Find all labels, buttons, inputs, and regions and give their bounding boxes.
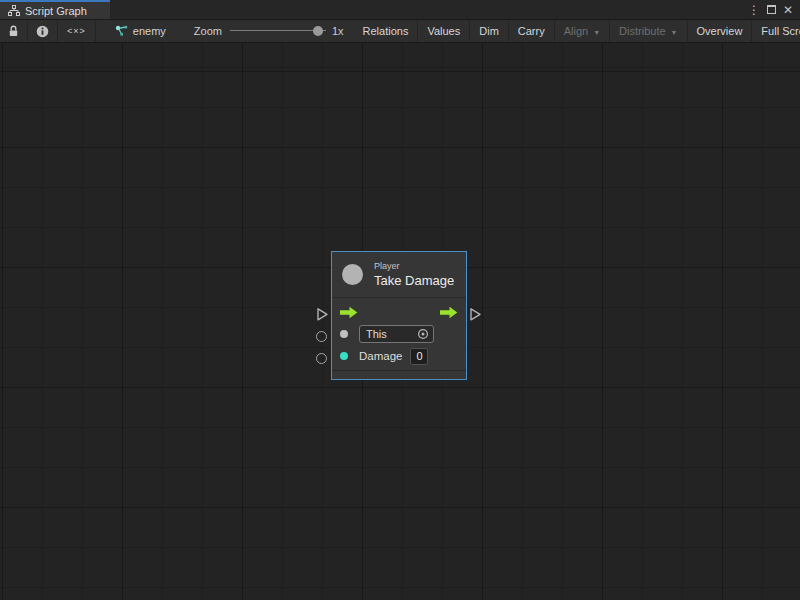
this-port-dot[interactable] [340, 330, 348, 338]
flow-ports-row [332, 301, 466, 323]
distribute-dropdown[interactable]: Distribute ▼ [610, 20, 687, 42]
damage-value-input[interactable]: 0 [410, 348, 428, 365]
damage-port-dot[interactable] [340, 352, 348, 360]
node-ports: This Damage 0 [332, 298, 466, 370]
node-target-type: Player [374, 261, 454, 271]
graph-name: enemy [133, 25, 166, 37]
relations-button[interactable]: Relations [354, 20, 419, 42]
tab-script-graph[interactable]: Script Graph [0, 0, 110, 19]
zoom-label: Zoom [194, 25, 222, 37]
node-header[interactable]: Player Take Damage [332, 252, 466, 298]
lock-graph-button[interactable] [0, 20, 28, 42]
align-dropdown[interactable]: Align ▼ [555, 20, 610, 42]
zoom-slider-track [230, 30, 326, 31]
flow-output-port-external[interactable] [469, 307, 482, 326]
damage-input-port-external[interactable] [316, 353, 327, 364]
values-button[interactable]: Values [418, 20, 470, 42]
maximize-icon[interactable] [767, 5, 776, 14]
window-controls: ⋮ ✕ [748, 0, 800, 19]
unit-icon [342, 264, 363, 285]
zoom-level: 1x [332, 25, 344, 37]
this-field-label: This [366, 328, 417, 340]
tab-label: Script Graph [25, 5, 87, 17]
tab-bar: Script Graph ⋮ ✕ [0, 0, 800, 20]
fullscreen-button[interactable]: Full Screen [752, 20, 800, 42]
chevron-down-icon: ▼ [671, 29, 678, 36]
zoom-slider[interactable] [230, 25, 326, 37]
lock-icon [8, 25, 19, 37]
zoom-slider-handle[interactable] [313, 26, 323, 36]
overview-button[interactable]: Overview [688, 20, 753, 42]
object-picker-icon[interactable] [417, 328, 429, 340]
carry-button[interactable]: Carry [509, 20, 555, 42]
graph-node-icon [115, 25, 128, 37]
take-damage-node[interactable]: Player Take Damage [331, 251, 467, 380]
graph-canvas[interactable]: Player Take Damage [0, 43, 800, 599]
info-icon [36, 25, 49, 38]
damage-label: Damage [359, 350, 402, 362]
code-icon: <×> [67, 26, 86, 36]
graph-hierarchy-icon [8, 5, 20, 16]
close-icon[interactable]: ✕ [783, 4, 793, 16]
this-input-port-external[interactable] [316, 331, 327, 342]
node-title: Take Damage [374, 273, 454, 288]
damage-port-row: Damage 0 [332, 345, 466, 367]
flow-input-port-external[interactable] [316, 307, 329, 326]
node-footer [332, 370, 466, 379]
graph-toolbar: <×> enemy Zoom 1x Relations [0, 20, 800, 43]
graph-info-button[interactable] [28, 20, 58, 42]
flow-input-arrow-icon[interactable] [340, 306, 358, 319]
code-preview-button[interactable]: <×> [58, 20, 96, 42]
chevron-down-icon: ▼ [593, 29, 600, 36]
graph-breadcrumb[interactable]: enemy [115, 20, 166, 42]
zoom-control: Zoom 1x [194, 20, 352, 42]
dim-button[interactable]: Dim [470, 20, 509, 42]
flow-output-arrow-icon[interactable] [440, 306, 458, 319]
script-graph-window: Script Graph ⋮ ✕ [0, 0, 800, 600]
window-menu-icon[interactable]: ⋮ [748, 4, 760, 16]
toolbar-buttons: Relations Values Dim Carry Align ▼ Distr… [354, 20, 800, 42]
this-port-row: This [332, 323, 466, 345]
this-object-field[interactable]: This [359, 325, 434, 343]
